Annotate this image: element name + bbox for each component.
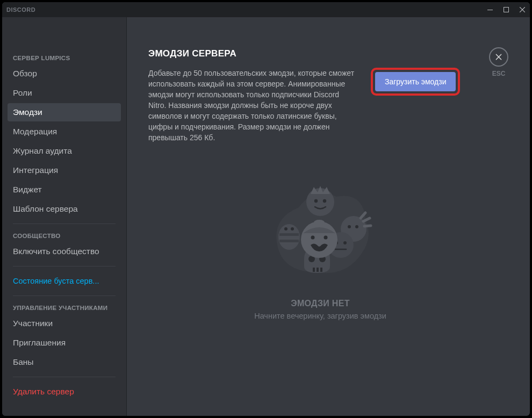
app-name: DISCORD: [6, 6, 35, 13]
sidebar-divider: [13, 377, 116, 377]
sidebar-divider: [13, 266, 116, 266]
esc-label: ESC: [492, 70, 506, 77]
svg-point-8: [284, 227, 287, 230]
svg-point-4: [323, 199, 326, 203]
svg-point-9: [291, 227, 294, 230]
empty-state-title: ЭМОДЗИ НЕТ: [148, 299, 492, 308]
empty-state-subtitle: Начните вечеринку, загрузив эмодзи: [148, 312, 492, 320]
svg-point-12: [355, 225, 358, 228]
svg-point-22: [314, 220, 325, 225]
svg-rect-0: [487, 10, 493, 10]
svg-rect-6: [279, 233, 299, 236]
sidebar-divider: [13, 224, 116, 224]
minimize-button[interactable]: [487, 6, 493, 13]
sidebar-item-members[interactable]: Участники: [8, 314, 121, 333]
svg-rect-19: [317, 268, 319, 272]
svg-point-24: [324, 236, 328, 240]
sidebar-item-delete-server[interactable]: Удалить сервер: [8, 383, 121, 401]
titlebar: DISCORD: [2, 2, 530, 17]
svg-point-5: [278, 224, 300, 250]
sidebar-item-bans[interactable]: Баны: [8, 353, 121, 371]
empty-emoji-illustration: [250, 170, 390, 288]
sidebar-section-server: СЕРВЕР LUMPICS: [8, 52, 121, 64]
sidebar-item-template[interactable]: Шаблон сервера: [8, 200, 121, 218]
svg-point-3: [314, 199, 318, 203]
svg-rect-18: [313, 268, 315, 272]
emoji-description: Добавьте до 50 пользовательских эмодзи, …: [148, 68, 358, 143]
content-area: ESC ЭМОДЗИ СЕРВЕРА Добавьте до 50 пользо…: [127, 17, 530, 416]
maximize-button[interactable]: [503, 6, 509, 13]
close-icon: [494, 53, 503, 61]
svg-rect-7: [279, 240, 299, 242]
sidebar-item-boost-status[interactable]: Состояние буста серв...: [8, 272, 121, 290]
sidebar-item-roles[interactable]: Роли: [8, 84, 121, 102]
sidebar-divider: [13, 296, 116, 296]
window-controls: [487, 6, 526, 13]
svg-rect-1: [504, 8, 509, 12]
sidebar-section-community: СООБЩЕСТВО: [8, 229, 121, 242]
svg-point-23: [311, 236, 315, 240]
sidebar-item-moderation[interactable]: Модерация: [8, 122, 121, 141]
sidebar-item-audit-log[interactable]: Журнал аудита: [8, 142, 121, 160]
page-title: ЭМОДЗИ СЕРВЕРА: [148, 48, 492, 59]
svg-point-21: [301, 221, 337, 258]
svg-point-11: [348, 225, 351, 228]
highlight-frame: Загрузить эмодзи: [371, 68, 460, 96]
sidebar-item-widget[interactable]: Виджет: [8, 181, 121, 199]
settings-sidebar: СЕРВЕР LUMPICS Обзор Роли Эмодзи Модерац…: [2, 17, 127, 416]
sidebar-item-invites[interactable]: Приглашения: [8, 334, 121, 352]
close-window-button[interactable]: [519, 6, 526, 13]
svg-rect-20: [320, 268, 322, 272]
sidebar-item-enable-community[interactable]: Включить сообщество: [8, 242, 121, 261]
svg-point-15: [343, 241, 347, 244]
empty-state: ЭМОДЗИ НЕТ Начните вечеринку, загрузив э…: [148, 170, 492, 320]
sidebar-section-members: УПРАВЛЕНИЕ УЧАСТНИКАМИ: [8, 301, 121, 314]
upload-emoji-button[interactable]: Загрузить эмодзи: [375, 72, 456, 91]
sidebar-item-overview[interactable]: Обзор: [8, 64, 121, 83]
sidebar-item-integration[interactable]: Интеграция: [8, 161, 121, 179]
sidebar-item-emoji[interactable]: Эмодзи: [8, 103, 121, 121]
